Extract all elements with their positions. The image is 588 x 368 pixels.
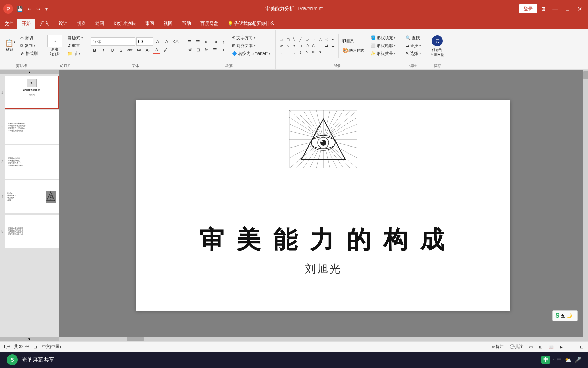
tab-view[interactable]: 视图 [159,19,177,29]
font-size-input[interactable] [136,37,153,46]
shape-trap[interactable]: ⏢ [285,43,291,49]
reset-button[interactable]: ↺ 重置 [65,42,85,49]
zoom-fit-button[interactable]: ⊡ [578,344,585,350]
save-quick-btn[interactable]: 💾 [16,5,24,12]
columns-button[interactable]: ⫾ [220,46,227,53]
shape-hexa[interactable]: ⬡ [311,43,317,49]
tab-transitions[interactable]: 切换 [72,19,91,29]
tab-file[interactable]: 文件 [1,19,17,29]
abc-button[interactable]: abc [126,47,134,54]
shape-line2[interactable]: ╱ [298,36,304,42]
view-slideshow-button[interactable]: ▶ [558,344,564,350]
canvas-vscrollbar[interactable] [583,70,588,341]
comments-button[interactable]: 💬 批注 [508,343,524,350]
redo-quick-btn[interactable]: ↪ [35,5,42,12]
align-right-button[interactable]: ⫸ [203,46,210,53]
view-sorter-button[interactable]: ⊞ [538,344,544,350]
align-left-button[interactable]: ⫷ [186,46,193,53]
shape-bracket-l[interactable]: ( [291,49,297,55]
slide-panel-scroll-down[interactable]: ▼ [0,337,59,341]
shape-wave[interactable]: ∿ [304,49,310,55]
slide-thumb-1[interactable]: 👁 审美能力的构成 刘旭光 [5,76,59,109]
slide-image-container[interactable] [289,110,357,168]
slide-thumb-4[interactable]: 对他人审美想象力审美能力体验 [5,180,59,213]
shape-arrow[interactable]: → [317,43,323,49]
clear-format-button[interactable]: ⌫ [173,38,180,45]
indent-less-button[interactable]: ⇤ [203,38,210,45]
canvas-hscrollbar[interactable] [59,337,583,341]
shape-diamond[interactable]: ◇ [298,43,304,49]
layout-button[interactable]: ▤ 版式 ▾ [65,34,85,42]
slide-main-title[interactable]: 审 美 能 力 的 构 成 [199,224,447,256]
undo-quick-btn[interactable]: ↩ [26,5,33,12]
find-button[interactable]: 🔍 查找 [404,34,423,42]
tab-review[interactable]: 审阅 [141,19,159,29]
slide-thumb-5[interactable]: 审美能力多方面探讨 审美能力各组成部分 综合性能力体系研究 审美判断与体验分析 [5,215,59,248]
text-direction-button[interactable]: ⟲ 文字方向 ▾ [230,34,273,42]
underline-button[interactable]: U [109,47,116,54]
sougou-widget[interactable]: S 五 🌙 · [552,310,578,321]
strikethrough-button[interactable]: S [117,47,125,54]
shape-oval2[interactable]: ○ [311,36,317,42]
format-painter-button[interactable]: 🖌 格式刷 [18,50,40,57]
quick-styles-button[interactable]: 🎨 快速样式 [341,46,366,55]
convert-smartart-button[interactable]: 🔷 转换为 SmartArt ▾ [230,50,273,57]
align-text-button[interactable]: ⊞ 对齐文本 ▾ [230,42,273,49]
select-button[interactable]: ↖ 选择 ▾ [404,50,423,57]
indent-more-button[interactable]: ⇥ [211,38,219,45]
increase-font-button[interactable]: A+ [155,38,162,45]
change-case-button[interactable]: Aa [135,47,143,54]
canvas-vscroll-thumb[interactable] [583,71,588,79]
shapes-more[interactable]: ▾ [317,49,323,55]
shape-triangle[interactable]: △ [317,36,323,42]
tab-help[interactable]: 帮助 [177,19,196,29]
tab-insert[interactable]: 插入 [35,19,54,29]
shape-round-rect[interactable]: ▢ [285,36,291,42]
bold-button[interactable]: B [91,47,98,54]
shape-brace-r[interactable]: } [285,49,291,55]
tab-design[interactable]: 设计 [54,19,72,29]
shape-darrow[interactable]: ⇄ [324,43,330,49]
shape-chevron[interactable]: ⋄ [291,43,297,49]
shape-effects-button[interactable]: ✨ 形状效果 ▾ [369,50,398,57]
shape-outline-button[interactable]: ⬜ 形状轮廓 ▾ [369,42,398,49]
slide-subtitle[interactable]: 刘旭光 [305,262,342,277]
tab-tell-me[interactable]: 💡 告诉我你想要做什么 [223,19,279,29]
shape-line[interactable]: ╲ [291,36,297,42]
maximize-button[interactable]: □ [563,5,572,13]
save-cloud-button[interactable]: 云 保存到百度网盘 [429,33,446,58]
login-button[interactable]: 登录 [519,4,537,13]
font-color-button[interactable]: A [153,47,160,54]
italic-button[interactable]: I [100,47,107,54]
cut-button[interactable]: ✂ 剪切 [18,34,40,42]
align-center-button[interactable]: ⊟ [194,46,202,53]
customize-quick-btn[interactable]: ▾ [44,5,49,12]
shape-cloud[interactable]: ☁ [330,43,336,49]
window-view-btn[interactable]: ⊞ [541,6,545,12]
char-spacing-button[interactable]: A↕ [144,47,151,54]
numbering-button[interactable]: ☷ [194,38,202,45]
shape-fill-button[interactable]: 🪣 形状填充 ▾ [369,34,398,42]
tab-home[interactable]: 开始 [17,19,35,29]
new-slide-button[interactable]: ⊕ 新建 幻灯片 [46,34,64,58]
view-reading-button[interactable]: 📖 [547,344,555,350]
fit-slide-btn[interactable]: ⊡ [32,344,38,350]
shape-rect[interactable]: ▭ [278,36,284,42]
decrease-font-button[interactable]: A- [164,38,171,45]
tab-baidu[interactable]: 百度网盘 [196,19,223,29]
replace-button[interactable]: ⇄ 替换 ▾ [404,42,423,49]
shape-para[interactable]: ▱ [278,43,284,49]
bullets-button[interactable]: ☰ [186,38,193,45]
tab-slideshow[interactable]: 幻灯片放映 [109,19,141,29]
tab-animations[interactable]: 动画 [91,19,109,29]
canvas-hscroll-thumb[interactable] [127,337,144,341]
slide-thumb-3[interactable]: 审美能力的构成一 审美感受力研究 审美判断力是一种 综合性审美能力体验 [5,145,59,179]
notes-button[interactable]: ✏ 备注 [491,343,505,350]
sougou-input-indicator[interactable]: 中 [541,356,550,364]
justify-button[interactable]: ☰ [211,46,219,53]
section-button[interactable]: 📁 节 ▾ [65,50,85,57]
shape-brace-l[interactable]: { [278,49,284,55]
slide-thumb-2[interactable]: 审美能力研究相关内容 审美能力的"审美感受力" 审美鉴赏力，理解能力 一种对美的… [5,110,59,144]
copy-button[interactable]: ⧉ 复制 ▾ [18,42,40,49]
highlight-button[interactable]: 🖊 [162,47,169,54]
